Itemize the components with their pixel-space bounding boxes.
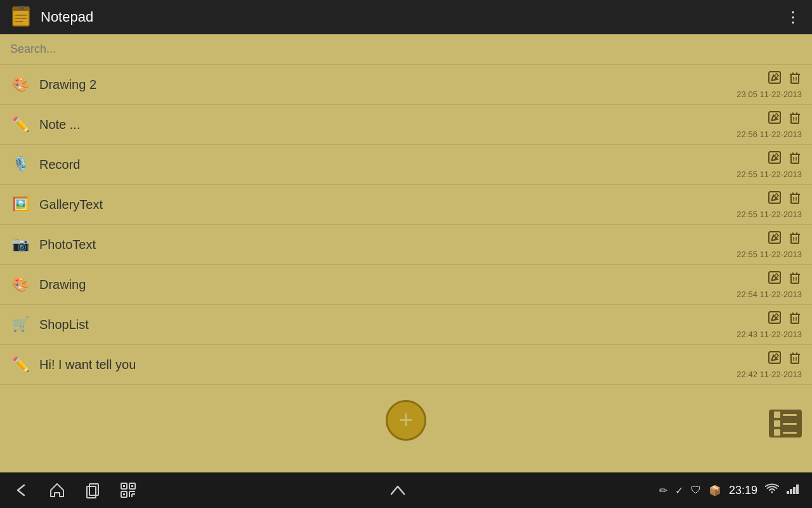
note-timestamp-6: 22:54 11-22-2013	[737, 290, 802, 299]
note-title-1: Drawing 2	[39, 77, 737, 92]
svg-rect-16	[769, 152, 780, 163]
note-title-4: GalleryText	[39, 197, 737, 212]
note-timestamp-1: 23:05 11-22-2013	[737, 90, 802, 99]
note-buttons-6	[768, 271, 802, 288]
pencil-status-icon: ✏	[659, 485, 667, 497]
search-input[interactable]	[10, 43, 802, 56]
note-buttons-3	[768, 150, 802, 168]
note-buttons-4	[768, 190, 802, 208]
svg-rect-11	[769, 112, 780, 123]
delete-note-button-7[interactable]	[788, 311, 802, 328]
note-timestamp-8: 22:42 11-22-2013	[737, 370, 802, 379]
list-view-button[interactable]	[769, 410, 802, 438]
svg-rect-17	[791, 154, 799, 163]
delete-note-button-5[interactable]	[788, 231, 802, 248]
note-item-5[interactable]: 📷 PhotoText 22:55 11-22-2013	[0, 225, 812, 265]
home-button[interactable]	[48, 481, 66, 499]
note-actions-4: 22:55 11-22-2013	[737, 190, 802, 219]
edit-note-button-7[interactable]	[768, 311, 782, 328]
svg-rect-7	[791, 74, 799, 83]
note-actions-3: 22:55 11-22-2013	[737, 150, 802, 179]
nav-right-group: ✏ ✓ 🛡 📦 23:19	[659, 483, 799, 497]
note-buttons-2	[768, 110, 802, 128]
note-item-6[interactable]: 🎨 Drawing 22:54 11-22-2013	[0, 265, 812, 305]
note-title-2: Note ...	[39, 117, 737, 132]
note-buttons-5	[768, 231, 802, 248]
note-timestamp-5: 22:55 11-22-2013	[737, 250, 802, 259]
bottom-content: +	[0, 403, 812, 472]
edit-note-button-3[interactable]	[768, 150, 782, 168]
note-type-icon-7: 🛒	[10, 314, 30, 335]
svg-rect-52	[131, 485, 133, 487]
note-item-7[interactable]: 🛒 ShopList 22:43 11-22-2013	[0, 305, 812, 345]
note-timestamp-7: 22:43 11-22-2013	[737, 330, 802, 339]
up-button[interactable]	[389, 484, 407, 497]
back-button[interactable]	[13, 481, 30, 499]
svg-rect-41	[769, 352, 780, 363]
note-timestamp-4: 22:55 11-22-2013	[737, 210, 802, 219]
shield-status-icon: 🛡	[691, 485, 701, 496]
note-type-icon-8: ✏️	[10, 354, 30, 375]
app-icon	[10, 6, 33, 29]
edit-note-button-5[interactable]	[768, 231, 782, 248]
edit-note-button-2[interactable]	[768, 110, 782, 128]
delete-note-button-4[interactable]	[788, 190, 802, 208]
app-title: Notepad	[41, 9, 785, 25]
note-type-icon-2: ✏️	[10, 114, 30, 135]
note-item-1[interactable]: 🎨 Drawing 2 23:05 11-22-2013	[0, 65, 812, 105]
delete-note-button-6[interactable]	[788, 271, 802, 288]
svg-rect-53	[123, 493, 125, 495]
svg-rect-58	[787, 491, 789, 494]
note-timestamp-3: 22:55 11-22-2013	[737, 170, 802, 179]
delete-note-button-2[interactable]	[788, 110, 802, 128]
note-actions-5: 22:55 11-22-2013	[737, 231, 802, 259]
box-status-icon: 📦	[709, 485, 721, 497]
edit-note-button-4[interactable]	[768, 190, 782, 208]
svg-rect-21	[769, 192, 780, 203]
note-item-4[interactable]: 🖼️ GalleryText 22:55 11-22-2013	[0, 185, 812, 225]
note-title-6: Drawing	[39, 277, 737, 292]
edit-note-button-8[interactable]	[768, 351, 782, 368]
note-title-8: Hi! I want tell you	[39, 358, 737, 372]
note-type-icon-1: 🎨	[10, 74, 30, 95]
nav-center-group	[389, 484, 407, 497]
note-item-2[interactable]: ✏️ Note ... 22:56 11-22-2013	[0, 105, 812, 145]
note-buttons-1	[768, 70, 802, 88]
wifi-icon	[765, 483, 779, 497]
delete-note-button-3[interactable]	[788, 150, 802, 168]
status-time: 23:19	[729, 484, 757, 497]
note-item-3[interactable]: 🎙️ Record 22:55 11-22-2013	[0, 145, 812, 185]
note-actions-6: 22:54 11-22-2013	[737, 271, 802, 299]
add-icon: +	[398, 407, 413, 432]
menu-button[interactable]: ⋮	[785, 8, 802, 26]
svg-rect-61	[796, 485, 799, 494]
top-bar: Notepad ⋮	[0, 0, 812, 34]
note-buttons-7	[768, 311, 802, 328]
svg-rect-6	[769, 72, 780, 83]
delete-note-button-1[interactable]	[788, 70, 802, 88]
svg-rect-27	[791, 234, 799, 243]
svg-rect-26	[769, 232, 780, 243]
note-type-icon-4: 🖼️	[10, 194, 30, 215]
recents-button[interactable]	[84, 481, 102, 499]
svg-rect-46	[87, 486, 96, 498]
delete-note-button-8[interactable]	[788, 351, 802, 368]
edit-note-button-6[interactable]	[768, 271, 782, 288]
note-item-8[interactable]: ✏️ Hi! I want tell you 22:42 11-22-2013	[0, 345, 812, 385]
signal-icon	[787, 484, 799, 497]
note-title-5: PhotoText	[39, 237, 737, 252]
qr-button[interactable]	[119, 481, 137, 499]
edit-note-button-1[interactable]	[768, 70, 782, 88]
search-bar	[0, 34, 812, 65]
note-title-3: Record	[39, 157, 737, 172]
svg-rect-37	[791, 314, 799, 323]
svg-rect-22	[791, 194, 799, 203]
note-timestamp-2: 22:56 11-22-2013	[737, 130, 802, 139]
list-view-icon	[774, 411, 797, 436]
svg-rect-32	[791, 274, 799, 283]
add-note-button[interactable]: +	[386, 400, 426, 441]
svg-rect-59	[790, 489, 792, 494]
note-actions-7: 22:43 11-22-2013	[737, 311, 802, 339]
svg-rect-60	[793, 487, 796, 494]
svg-rect-12	[791, 114, 799, 123]
